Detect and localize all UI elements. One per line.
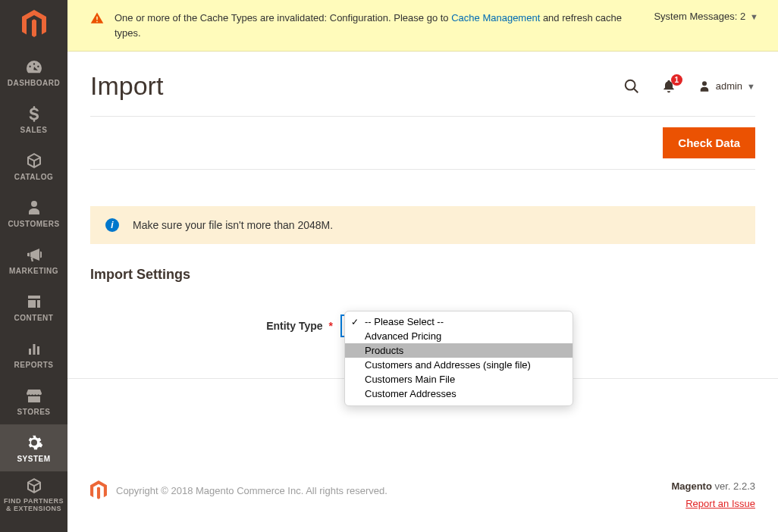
check-data-button[interactable]: Check Data: [663, 127, 755, 158]
entity-type-option-customer-addresses[interactable]: Customer Addresses: [345, 386, 573, 401]
info-icon: i: [105, 218, 119, 232]
main-content: One or more of the Cache Types are inval…: [67, 0, 778, 532]
sidebar-label: FIND PARTNERS & EXTENSIONS: [3, 498, 64, 513]
sidebar-item-customers[interactable]: CUSTOMERS: [0, 189, 67, 236]
search-icon: [623, 78, 640, 95]
svg-rect-0: [96, 17, 98, 20]
system-message-prefix: One or more of the Cache Types are inval…: [115, 12, 451, 23]
search-button[interactable]: [623, 78, 640, 95]
product-name: Magento: [671, 480, 711, 492]
sidebar-item-dashboard[interactable]: DASHBOARD: [0, 49, 67, 95]
user-icon: [698, 80, 711, 93]
system-icon: [25, 433, 43, 452]
sidebar-item-stores[interactable]: STORES: [0, 377, 67, 424]
system-messages-count: System Messages: 2: [654, 11, 745, 22]
notice-text: Make sure your file isn't more than 2048…: [133, 219, 333, 231]
system-message-bar: One or more of the Cache Types are inval…: [67, 0, 778, 52]
required-asterisk: *: [329, 320, 333, 332]
system-messages-toggle[interactable]: System Messages: 2 ▼: [654, 11, 758, 22]
entity-type-dropdown: -- Please Select -- Advanced Pricing Pro…: [344, 311, 573, 406]
entity-type-option-advanced-pricing[interactable]: Advanced Pricing: [345, 329, 573, 343]
system-message-text: One or more of the Cache Types are inval…: [115, 11, 643, 40]
chevron-down-icon: ▼: [747, 82, 755, 91]
account-name: admin: [716, 80, 742, 92]
page-title: Import: [90, 71, 163, 101]
version-prefix: ver.: [712, 480, 733, 492]
file-size-notice: i Make sure your file isn't more than 20…: [90, 206, 755, 244]
find-partners-icon: [25, 477, 43, 495]
admin-sidebar: DASHBOARD SALES CATALOG CUSTOMERS MARKET…: [0, 0, 67, 532]
reports-icon: [25, 340, 43, 358]
account-menu[interactable]: admin ▼: [698, 80, 755, 93]
entity-type-option-customers-single[interactable]: Customers and Addresses (single file): [345, 358, 573, 372]
sidebar-item-system[interactable]: SYSTEM: [0, 424, 67, 471]
magento-logo-icon: [22, 10, 46, 39]
sidebar-item-catalog[interactable]: CATALOG: [0, 142, 67, 189]
warning-icon: [90, 11, 104, 25]
notification-badge: 1: [671, 74, 682, 86]
entity-type-row: Entity Type * -- Please Select -- -- Ple…: [90, 315, 755, 337]
sidebar-item-marketing[interactable]: MARKETING: [0, 236, 67, 283]
sidebar-label: SALES: [20, 126, 48, 134]
report-issue-link[interactable]: Report an Issue: [671, 498, 755, 509]
sidebar-label: CATALOG: [14, 173, 53, 181]
sidebar-label: MARKETING: [9, 267, 58, 275]
marketing-icon: [25, 246, 43, 264]
sales-icon: [25, 105, 43, 123]
magento-footer-icon: [90, 480, 107, 500]
chevron-down-icon: ▼: [750, 12, 758, 21]
import-settings-heading: Import Settings: [90, 267, 755, 283]
sidebar-item-find-partners[interactable]: FIND PARTNERS & EXTENSIONS: [0, 471, 67, 518]
page-header: Import 1 admin: [90, 52, 755, 116]
version-number: 2.2.3: [733, 480, 755, 492]
entity-type-option-please-select[interactable]: -- Please Select --: [345, 315, 573, 329]
cache-management-link[interactable]: Cache Management: [451, 12, 540, 23]
sidebar-item-reports[interactable]: REPORTS: [0, 330, 67, 377]
page-footer: Copyright © 2018 Magento Commerce Inc. A…: [67, 462, 778, 532]
content-icon: [25, 293, 43, 311]
svg-rect-1: [96, 21, 98, 23]
version-text: Magento ver. 2.2.3: [671, 480, 755, 492]
entity-type-option-customers-main[interactable]: Customers Main File: [345, 372, 573, 386]
copyright-text: Copyright © 2018 Magento Commerce Inc. A…: [116, 485, 387, 496]
sidebar-label: DASHBOARD: [8, 79, 61, 87]
stores-icon: [25, 386, 43, 405]
sidebar-label: CONTENT: [14, 314, 54, 322]
notifications-button[interactable]: 1: [661, 79, 676, 94]
sidebar-item-content[interactable]: CONTENT: [0, 283, 67, 330]
sidebar-item-sales[interactable]: SALES: [0, 95, 67, 142]
sidebar-label: CUSTOMERS: [8, 220, 59, 228]
entity-type-label: Entity Type: [266, 320, 322, 332]
sidebar-label: REPORTS: [14, 361, 54, 369]
sidebar-label: STORES: [17, 408, 51, 416]
dashboard-icon: [25, 58, 43, 76]
header-tools: 1 admin ▼: [623, 78, 755, 95]
catalog-icon: [25, 152, 43, 170]
entity-type-option-products[interactable]: Products: [345, 343, 573, 358]
customers-icon: [25, 199, 43, 217]
sidebar-label: SYSTEM: [17, 455, 50, 463]
action-bar: Check Data: [90, 116, 755, 170]
magento-logo[interactable]: [0, 0, 67, 49]
